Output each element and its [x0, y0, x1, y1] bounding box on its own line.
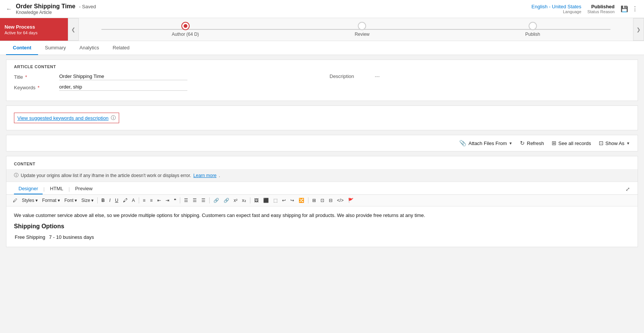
tab-content[interactable]: Content [6, 41, 38, 55]
editor-table: Free Shipping 7 - 10 business days [14, 233, 98, 241]
process-chevron-right[interactable]: ❯ [633, 18, 644, 41]
toolbar-link-btn[interactable]: 🔗 [212, 197, 221, 204]
tab-summary[interactable]: Summary [38, 41, 73, 55]
toolbar-styles-dropdown[interactable]: Styles ▾ [20, 197, 40, 204]
toolbar-embed-btn[interactable]: ⬛ [261, 197, 271, 204]
keywords-value[interactable]: order, ship [59, 84, 187, 91]
font-chevron-icon: ▾ [75, 198, 77, 203]
article-section-title: ARTICLE CONTENT [14, 64, 630, 69]
refresh-action[interactable]: ↻ Refresh [520, 140, 544, 147]
keywords-label: Keywords * [14, 84, 59, 90]
page-title: Order Shipping Time - Saved [16, 3, 96, 10]
toolbar-card: 📎 Attach Files From ▼ ↻ Refresh ⊞ See al… [6, 135, 638, 151]
toolbar-format-dropdown[interactable]: Format ▾ [40, 197, 62, 204]
toolbar-align-left-btn[interactable]: ≡ [141, 197, 147, 204]
toolbar-list-ol-btn[interactable]: ☰ [191, 197, 199, 204]
refresh-label: Refresh [527, 141, 544, 146]
toolbar-code-btn[interactable]: </> [335, 197, 345, 204]
toolbar-size-dropdown[interactable]: Size ▾ [80, 197, 95, 204]
content-section-title: CONTENT [6, 156, 638, 169]
process-steps: Author (64 D) Review Publish [79, 22, 633, 37]
top-header: ← Order Shipping Time - Saved Knowledge … [0, 0, 644, 18]
info-icon: ⓘ [111, 115, 116, 121]
main-content: ARTICLE CONTENT Title * Order Shipping T… [0, 55, 644, 256]
toolbar-indent-in-btn[interactable]: ⇥ [164, 197, 171, 204]
toolbar-list-style-btn[interactable]: ☰ [199, 197, 207, 204]
header-icons: 💾 ⋮ [621, 5, 638, 12]
attach-files-action[interactable]: 📎 Attach Files From ▼ [459, 140, 512, 147]
step-label-author: Author (64 D) [172, 32, 199, 37]
description-field: Description --- [330, 73, 630, 79]
editor-tabs: Designer | HTML | Preview ⤢ [6, 182, 638, 195]
toolbar-font-color-btn[interactable]: A [130, 197, 137, 204]
toolbar-indent-out-btn[interactable]: ⇤ [155, 197, 163, 204]
expand-editor-icon[interactable]: ⤢ [626, 186, 630, 192]
language-block: English - United States Language [532, 4, 581, 14]
toolbar-list-ul-btn[interactable]: ☰ [182, 197, 190, 204]
editor-body[interactable]: We value customer service above all else… [6, 206, 638, 247]
toolbar-unlink-btn[interactable]: 🔗 [222, 197, 231, 204]
format-label: Format [42, 198, 57, 203]
suggested-keywords-link[interactable]: View suggested keywords and description [17, 115, 109, 121]
toolbar-embed2-btn[interactable]: ⬚ [271, 197, 279, 204]
process-label-box: New Process Active for 64 days [0, 18, 68, 41]
process-chevron-left[interactable]: ❮ [68, 18, 79, 41]
content-editor-card: CONTENT ⓘ Update your origins allow list… [6, 156, 638, 247]
suggested-keywords-card: View suggested keywords and description … [6, 105, 638, 130]
editor-tab-designer[interactable]: Designer [14, 183, 43, 194]
toolbar-table-btn[interactable]: ⊞ [310, 197, 318, 204]
status-label: Status Reason [587, 9, 615, 14]
tab-analytics[interactable]: Analytics [73, 41, 106, 55]
step-label-publish: Publish [525, 32, 540, 37]
editor-paragraph: We value customer service above all else… [14, 212, 630, 219]
tabs-bar: Content Summary Analytics Related [0, 41, 644, 55]
size-label: Size [81, 198, 90, 203]
toolbar-subscript-btn[interactable]: x₂ [240, 197, 248, 204]
attach-files-label: Attach Files From [468, 141, 507, 146]
toolbar-table2-btn[interactable]: ⊡ [319, 197, 326, 204]
toolbar-undo-btn[interactable]: ↩ [280, 197, 288, 204]
editor-tab-html[interactable]: HTML [45, 183, 67, 194]
see-all-label: See all records [558, 141, 591, 146]
see-all-action[interactable]: ⊞ See all records [552, 140, 591, 147]
title-label: Title * [14, 73, 59, 80]
table-cell-shipping-type: Free Shipping [15, 234, 48, 241]
title-value[interactable]: Order Shipping Time [59, 73, 187, 80]
status-value: Published [587, 4, 615, 9]
step-circle-publish [529, 22, 537, 30]
font-label: Font [64, 198, 74, 203]
save-icon[interactable]: 💾 [621, 5, 628, 12]
toolbar-blockquote-btn[interactable]: ❝ [172, 197, 178, 204]
editor-tab-preview[interactable]: Preview [71, 183, 97, 194]
tab-related[interactable]: Related [106, 41, 136, 55]
language-value: English - United States [532, 4, 581, 9]
toolbar-table3-btn[interactable]: ⊟ [327, 197, 334, 204]
toolbar-shuffle-btn[interactable]: 🔀 [297, 197, 306, 204]
toolbar-flag-btn[interactable]: 🚩 [346, 197, 356, 204]
toolbar-clear-btn[interactable]: 🖊 [11, 197, 19, 204]
toolbar-font-dropdown[interactable]: Font ▾ [63, 197, 79, 204]
title-block: Order Shipping Time - Saved Knowledge Ar… [16, 3, 96, 15]
learn-more-link[interactable]: Learn more [193, 173, 216, 178]
saved-label: - Saved [79, 4, 96, 9]
process-name: New Process [5, 24, 63, 30]
toolbar-highlight-btn[interactable]: 🖍 [121, 197, 129, 204]
show-as-action[interactable]: ⊡ Show As ▼ [599, 140, 630, 147]
styles-label: Styles [22, 198, 34, 203]
toolbar-underline-btn[interactable]: U [113, 197, 120, 204]
toolbar-image-btn[interactable]: 🖼 [252, 197, 261, 204]
toolbar-superscript-btn[interactable]: x² [232, 197, 239, 204]
toolbar-bold-btn[interactable]: B [100, 197, 107, 204]
more-options-icon[interactable]: ⋮ [632, 5, 638, 12]
toolbar-italic-btn[interactable]: I [107, 197, 112, 204]
size-chevron-icon: ▾ [91, 198, 94, 203]
back-button[interactable]: ← [6, 6, 12, 12]
step-circle-author [181, 22, 190, 30]
process-step-author[interactable]: Author (64 D) [172, 22, 199, 37]
table-cell-shipping-days: 7 - 10 business days [49, 234, 97, 241]
toolbar-redo-btn[interactable]: ↪ [288, 197, 296, 204]
toolbar-align-center-btn[interactable]: ≡ [148, 197, 155, 204]
process-step-review[interactable]: Review [355, 22, 370, 37]
process-step-publish[interactable]: Publish [525, 22, 540, 37]
page-subtitle: Knowledge Article [16, 10, 96, 15]
